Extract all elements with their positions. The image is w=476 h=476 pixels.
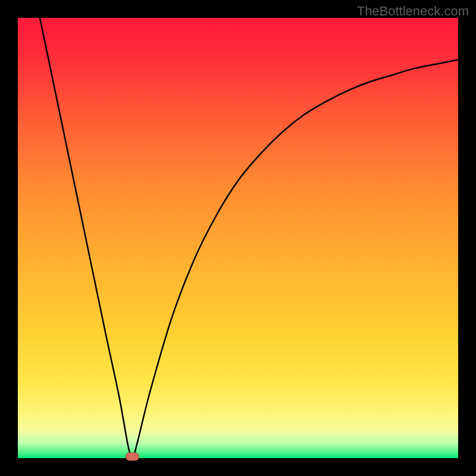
watermark-text: TheBottleneck.com: [357, 4, 469, 19]
chart-svg: [0, 0, 476, 476]
bottleneck-chart: TheBottleneck.com: [0, 0, 476, 476]
min-marker: [126, 453, 139, 461]
plot-area: [18, 18, 458, 458]
